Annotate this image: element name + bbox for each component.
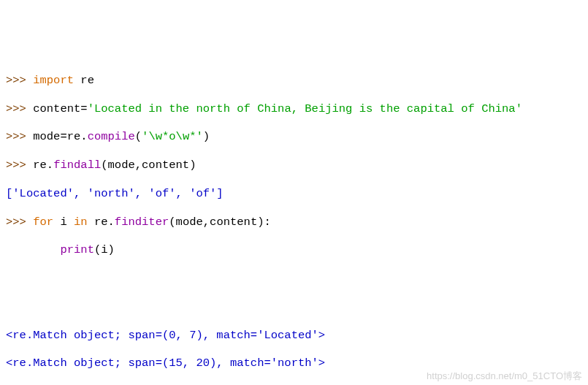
assign: content= — [33, 102, 87, 115]
line: >>> import re — [6, 74, 582, 88]
line: >>> re.findall(mode,content) — [6, 159, 582, 172]
line: >>> content='Located in the north of Chi… — [6, 102, 582, 116]
match-obj: <re.Match object; span=(15, 20), match='… — [6, 357, 325, 370]
line: >>> for i in re.finditer(mode,content): — [6, 216, 582, 229]
string: '\w*o\w*' — [142, 130, 203, 143]
string: 'Located in the north of China, Beijing … — [88, 102, 522, 115]
match-obj: <re.Match object; span=(0, 7), match='Lo… — [6, 329, 325, 342]
fn-print: print — [60, 243, 94, 256]
fn-finditer: finditer — [115, 216, 169, 229]
kw-for: for — [33, 216, 53, 229]
mod: re. — [88, 216, 115, 229]
prompt: >>> — [6, 74, 33, 87]
line: >>> mode=re.compile('\w*o\w*') — [6, 130, 582, 144]
fn-findall: findall — [53, 159, 101, 172]
shell-output: >>> import re >>> content='Located in th… — [6, 60, 582, 386]
line: print(i) — [6, 243, 582, 257]
output-line: <re.Match object; span=(15, 20), match='… — [6, 357, 582, 370]
blank-line — [6, 300, 582, 314]
kw-import: import — [33, 74, 74, 87]
kw-in: in — [74, 216, 88, 229]
prompt: >>> — [6, 130, 33, 143]
args: (mode,content) — [101, 159, 196, 172]
paren: ( — [135, 130, 142, 143]
var: i — [53, 216, 74, 229]
output-line: <re.Match object; span=(0, 7), match='Lo… — [6, 329, 582, 343]
fn-compile: compile — [88, 130, 135, 143]
args: (mode,content): — [169, 216, 271, 229]
assign: mode=re. — [33, 130, 87, 143]
prompt: >>> — [6, 102, 33, 115]
prompt: >>> — [6, 216, 33, 229]
args: (i) — [94, 243, 115, 256]
indent — [6, 243, 60, 256]
module: re — [74, 74, 94, 87]
watermark: https://blog.csdn.net/m0_51CTO博客 — [427, 370, 582, 382]
mod: re. — [33, 159, 53, 172]
prompt: >>> — [6, 159, 33, 172]
output-line: ['Located', 'north', 'of', 'of'] — [6, 187, 582, 201]
blank-line — [6, 272, 582, 286]
paren: ) — [203, 130, 210, 143]
result: ['Located', 'north', 'of', 'of'] — [6, 187, 224, 200]
